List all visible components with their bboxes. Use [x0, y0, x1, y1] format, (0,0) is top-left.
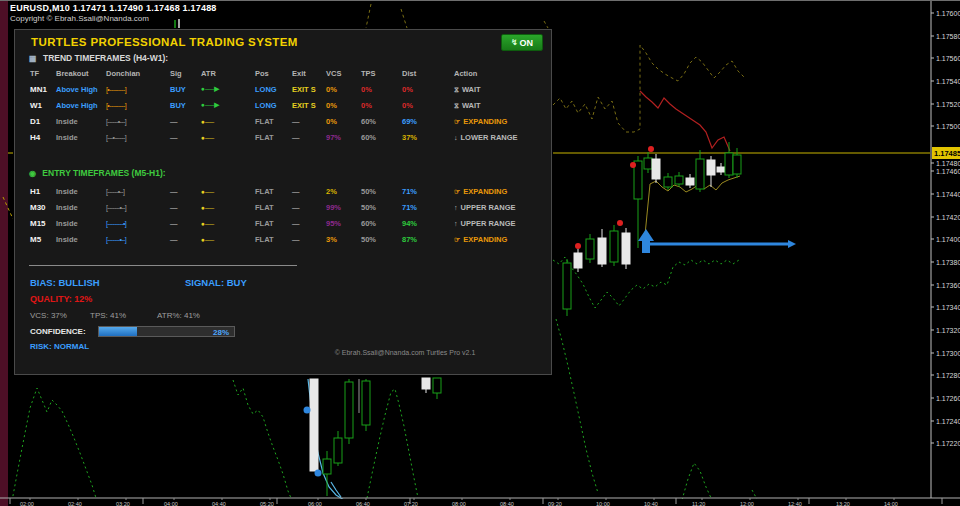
cell-exit: — [292, 219, 326, 228]
cell-donchian: [•---------] [106, 86, 170, 93]
timeframe-row-D1: D1Inside[------•---]—●──FLAT—0%60%69%☞EX… [30, 115, 545, 127]
time-label: 02:00 [20, 501, 34, 506]
right-arrow-icon [788, 240, 796, 248]
power-icon: ↯ [511, 38, 518, 47]
candlestick [574, 253, 582, 268]
candlestick [433, 378, 441, 393]
cell-tps: 60% [361, 117, 402, 126]
price-label: 1.17380 [936, 259, 960, 266]
candlestick [323, 459, 331, 474]
timeframe-row-H4: H4Inside[---•------]—●──FLAT—97%60%37%↓L… [30, 131, 545, 143]
price-label: 1.17460 [936, 168, 960, 175]
time-label: 12:00 [740, 501, 754, 506]
cell-tf: W1 [30, 101, 56, 110]
cell-pos: FLAT [255, 117, 292, 126]
timeframe-row-H1: H1Inside[------•--]—●──FLAT—2%50%71%☞EXP… [30, 185, 545, 197]
atr-stat: ATR%: 41% [157, 311, 200, 320]
green-mountain-1-line [12, 388, 96, 501]
time-label: 10:40 [644, 501, 658, 506]
timeframe-row-M15: M15Inside[---------•]—●──FLAT—95%60%94%↑… [30, 217, 545, 229]
candlestick [725, 153, 733, 175]
cell-exit: EXIT S [292, 101, 326, 110]
time-label: 10:00 [596, 501, 610, 506]
price-label: 1.17300 [936, 350, 960, 357]
cell-dist: 37% [402, 133, 454, 142]
cell-donchian: [------•--] [106, 188, 170, 195]
candlestick [345, 382, 353, 438]
tps-stat: TPS: 41% [90, 311, 126, 320]
column-header-sig: Sig [170, 69, 201, 78]
table-header-row: TFBreakoutDonchianSigATRPosExitVCSTPSDis… [30, 67, 545, 79]
turtles-panel[interactable]: TURTLES PROFESSIONAL TRADING SYSTEM ↯ ON… [14, 29, 552, 375]
candlestick [652, 159, 660, 179]
cell-dist: 0% [402, 101, 454, 110]
candlestick [362, 381, 370, 425]
cell-dist: 69% [402, 117, 454, 126]
cell-tf: D1 [30, 117, 56, 126]
time-label: 02:40 [68, 501, 82, 506]
quality-value: QUALITY: 12% [30, 294, 92, 304]
cell-dist: 87% [402, 235, 454, 244]
candlestick [644, 158, 652, 169]
entry-section-header: ◉ ENTRY TIMEFRAMES (M5-H1): [29, 168, 166, 178]
trail-line-line [644, 176, 740, 245]
time-label: 04:00 [164, 501, 178, 506]
sell-signal-dot [575, 243, 581, 249]
cell-pos: LONG [255, 85, 292, 94]
cell-donchian: [---------•] [106, 220, 170, 227]
timeframe-row-W1: W1Above High[•---------]BUY●──▶LONGEXIT … [30, 99, 545, 111]
cell-donchian: [•---------] [106, 102, 170, 109]
confidence-percent: 28% [213, 327, 229, 338]
time-label: 11:20 [692, 501, 705, 506]
time-label: 05:20 [260, 501, 274, 506]
price-label: 1.17340 [936, 304, 960, 311]
timeframe-row-MN1: MN1Above High[•---------]BUY●──▶LONGEXIT… [30, 83, 545, 95]
price-label: 1.17260 [936, 395, 960, 402]
price-label: 1.17320 [936, 327, 960, 334]
cell-tf: M5 [30, 235, 56, 244]
panel-footer: © Ebrah.Ssali@Nnanda.com Turtles Pro v2.… [265, 349, 545, 356]
price-label: 1.17220 [936, 440, 960, 447]
top-dash-1-line [366, 4, 371, 28]
green-mountain-3-line [367, 389, 418, 498]
price-label: 1.17440 [936, 191, 960, 198]
column-header-action: Action [454, 69, 545, 78]
on-toggle-button[interactable]: ↯ ON [501, 34, 543, 51]
time-label: 06:00 [308, 501, 322, 506]
time-label: 08:00 [452, 501, 466, 506]
candlestick [664, 177, 672, 187]
atr-dot-icon: ●── [201, 236, 255, 243]
time-label: 14:00 [884, 501, 898, 506]
cell-tps: 50% [361, 187, 402, 196]
window-frame-strip [0, 1, 8, 506]
cell-donchian: [-------•--] [106, 236, 170, 243]
cell-action: ☞EXPANDING [454, 117, 545, 126]
bias-value: BIAS: BULLISH [30, 277, 100, 288]
cell-vcs: 0% [326, 101, 361, 110]
cell-pos: LONG [255, 101, 292, 110]
cell-sig: BUY [170, 85, 201, 94]
price-label: 1.17500 [936, 123, 960, 130]
top-dash-3-line [544, 21, 548, 28]
cell-action: ⧖WAIT [454, 101, 545, 110]
cell-breakout: Inside [56, 203, 106, 212]
action-icon: ☞ [454, 188, 460, 195]
price-label: 1.17520 [936, 101, 960, 108]
time-axis-bg [8, 499, 960, 506]
candlestick [717, 167, 725, 172]
cell-exit: — [292, 235, 326, 244]
target-icon: ◉ [29, 169, 36, 178]
time-label: 13:20 [836, 501, 850, 506]
cell-dist: 0% [402, 85, 454, 94]
candlestick [422, 378, 430, 389]
time-label: 09:20 [548, 501, 562, 506]
price-label: 1.17580 [936, 33, 960, 40]
buy-arrow-icon [638, 229, 654, 253]
cell-action: ⧖WAIT [454, 85, 545, 94]
action-icon: ↓ [454, 134, 458, 141]
time-label: 07:20 [404, 501, 418, 506]
candlestick [310, 379, 318, 471]
cell-vcs: 99% [326, 203, 361, 212]
candlestick [586, 239, 594, 259]
cell-donchian: [---•------] [106, 134, 170, 141]
